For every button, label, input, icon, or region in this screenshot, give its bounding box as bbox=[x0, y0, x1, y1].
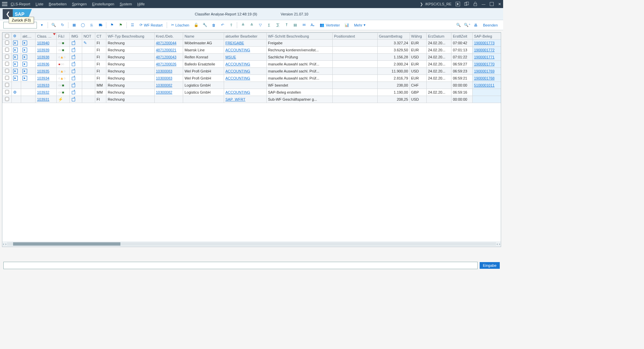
table-row[interactable]: 103939○○■FIRechnung4871200021Maersk Line… bbox=[3, 47, 501, 54]
beleg-link[interactable]: 5100001011 bbox=[474, 83, 494, 87]
bearb-link[interactable]: MSUE bbox=[225, 55, 236, 59]
notes-icon[interactable]: ✎ bbox=[84, 41, 87, 45]
class-link[interactable]: 103934 bbox=[37, 76, 49, 80]
kred-link[interactable]: 10300082 bbox=[156, 90, 172, 94]
bearb-link[interactable]: ACCOUNTING bbox=[225, 90, 250, 94]
maximize-icon[interactable] bbox=[489, 2, 494, 6]
row-checkbox[interactable] bbox=[5, 62, 9, 66]
img-export-icon[interactable] bbox=[71, 54, 76, 59]
new-window-icon[interactable] bbox=[464, 2, 469, 6]
col-header[interactable] bbox=[3, 33, 12, 40]
play-icon[interactable] bbox=[13, 62, 18, 66]
refresh-icon[interactable]: ↻ bbox=[59, 21, 66, 29]
layout-icon[interactable]: ▤ bbox=[291, 21, 299, 29]
flag-icon[interactable]: ⚑ bbox=[108, 21, 116, 29]
minimize-icon[interactable]: — bbox=[482, 2, 485, 6]
kred-link[interactable]: 10300083 bbox=[156, 76, 172, 80]
save-icon[interactable]: ⎘ bbox=[88, 21, 95, 29]
img-export-icon[interactable] bbox=[71, 90, 76, 94]
row-checkbox[interactable] bbox=[5, 76, 9, 80]
bearb-link[interactable]: SAP_WFRT bbox=[225, 97, 246, 101]
play-icon[interactable] bbox=[13, 41, 18, 45]
kred-link[interactable]: 4871200043 bbox=[156, 55, 176, 59]
bearb-link[interactable]: ACCOUNTING bbox=[225, 48, 250, 52]
bearb-link[interactable]: FREIGABE bbox=[225, 41, 244, 45]
col-header[interactable]: WF-Typ Beschreibung bbox=[106, 33, 154, 40]
col-header[interactable]: aktueller Bearbeiter bbox=[224, 33, 266, 40]
kred-link[interactable]: 10300083 bbox=[156, 69, 172, 73]
car-icon[interactable]: ⛟ bbox=[97, 21, 104, 29]
bearb-link[interactable]: ACCOUNTING bbox=[225, 62, 250, 66]
play-icon[interactable] bbox=[22, 76, 27, 81]
menu-item[interactable]: System bbox=[120, 2, 132, 6]
menu-item[interactable]: Bearbeiten bbox=[49, 2, 66, 6]
scroll-left-icon[interactable]: ‹ › bbox=[2, 242, 7, 246]
kred-link[interactable]: 4871200026 bbox=[156, 62, 176, 66]
command-field[interactable] bbox=[3, 262, 478, 269]
col-header[interactable]: Kred./Deb. bbox=[154, 33, 183, 40]
col-header[interactable]: ErzDatum bbox=[426, 33, 451, 40]
img-export-icon[interactable] bbox=[71, 40, 76, 45]
cmd-dropdown-icon[interactable]: ▾ bbox=[38, 21, 46, 29]
class-link[interactable]: 103935 bbox=[37, 69, 49, 73]
class-link[interactable]: 103931 bbox=[37, 97, 49, 101]
hscrollbar[interactable]: ‹ › ‹ › bbox=[2, 241, 501, 247]
play-icon[interactable] bbox=[22, 69, 27, 73]
row-checkbox[interactable] bbox=[5, 97, 9, 101]
wf-restart-button[interactable]: ⟳WF Restart bbox=[138, 23, 165, 27]
beleg-link[interactable]: 1900001773 bbox=[474, 41, 494, 45]
play-icon[interactable] bbox=[13, 48, 18, 52]
chart-icon[interactable]: 📊 bbox=[343, 21, 351, 29]
select-all-checkbox[interactable] bbox=[5, 34, 9, 38]
scroll-right-icon[interactable]: ‹ › bbox=[496, 242, 501, 246]
upload-icon[interactable]: ⇪ bbox=[227, 21, 235, 29]
table-row[interactable]: 103933○○■MMRechnung10300082Logistics Gmb… bbox=[3, 82, 501, 89]
beleg-link[interactable]: 1900001771 bbox=[474, 55, 494, 59]
kred-link[interactable]: 10300082 bbox=[156, 83, 172, 87]
col-header[interactable]: Fä.l bbox=[57, 33, 70, 40]
beleg-link[interactable]: 1900001768 bbox=[474, 76, 494, 80]
col-header[interactable]: NOT bbox=[82, 33, 95, 40]
sort-asc-icon[interactable]: ≜ bbox=[239, 21, 247, 29]
row-checkbox[interactable] bbox=[5, 55, 9, 59]
user-icon[interactable]: ◯ bbox=[79, 21, 87, 29]
menu-item[interactable]: Einstellungen bbox=[92, 2, 114, 6]
data-table[interactable]: ⚙akt....Class. ...Fä.lIMGNOTCTWF-Typ Bes… bbox=[2, 33, 501, 103]
flag-green-icon[interactable]: ⚑ bbox=[117, 21, 124, 29]
scroll-thumb[interactable] bbox=[13, 242, 120, 246]
img-export-icon[interactable] bbox=[71, 47, 76, 52]
find-next-icon[interactable]: 🔍⁺ bbox=[464, 21, 471, 29]
play-icon[interactable] bbox=[22, 55, 27, 59]
play-icon[interactable] bbox=[22, 62, 27, 66]
table-row[interactable]: 103940○○■✎FIRechnung4871200044Möbelmaste… bbox=[3, 40, 501, 47]
bearb-link[interactable]: ACCOUNTING bbox=[225, 69, 250, 73]
img-export-icon[interactable] bbox=[71, 97, 76, 101]
config-icon[interactable]: ⚙ bbox=[13, 34, 16, 38]
table-row[interactable]: 103934○▲○FIRechnung10300083Wel Profi Gmb… bbox=[3, 75, 501, 82]
col-header[interactable]: SAP-Beleg bbox=[473, 33, 501, 40]
delete-button[interactable]: ✂Löschen bbox=[169, 23, 192, 27]
close-icon[interactable]: ✕ bbox=[498, 2, 501, 6]
col-header[interactable]: ErstllZeit bbox=[451, 33, 473, 40]
beleg-link[interactable]: 1900001769 bbox=[474, 69, 494, 73]
beenden-button[interactable]: Beenden bbox=[481, 23, 500, 27]
row-checkbox[interactable] bbox=[5, 48, 9, 52]
kred-link[interactable]: 4871200021 bbox=[156, 48, 176, 52]
col-header[interactable]: WF-Schritt Beschreibung bbox=[266, 33, 332, 40]
find-icon[interactable]: 🔍 bbox=[455, 21, 462, 29]
table-row[interactable]: 103936●○○FIRechnung4871200026Balledo Ers… bbox=[3, 61, 501, 68]
document-icon[interactable]: ▦ bbox=[70, 21, 78, 29]
hamburger-icon[interactable] bbox=[2, 2, 7, 6]
col-header[interactable]: Positionstext bbox=[332, 33, 377, 40]
col-header[interactable]: akt.... bbox=[21, 33, 36, 40]
table-row[interactable]: 103935○▲○FIRechnung10300083Wel Profi Gmb… bbox=[3, 68, 501, 75]
table-row[interactable]: 103931⚡FIRechnungSAP_WFRTSub-WF Geschäft… bbox=[3, 96, 501, 103]
gear-icon[interactable]: ⚙ bbox=[13, 90, 17, 95]
col-header[interactable]: CT bbox=[95, 33, 106, 40]
filter-icon[interactable]: ▽ bbox=[257, 21, 264, 29]
col-header[interactable]: Name bbox=[183, 33, 224, 40]
play-icon[interactable] bbox=[22, 48, 27, 52]
class-link[interactable]: 103940 bbox=[37, 41, 49, 45]
col-header[interactable]: Währg bbox=[410, 33, 426, 40]
table-row[interactable]: 103938○▲○FIRechnung4871200043Reifen Konr… bbox=[3, 54, 501, 61]
